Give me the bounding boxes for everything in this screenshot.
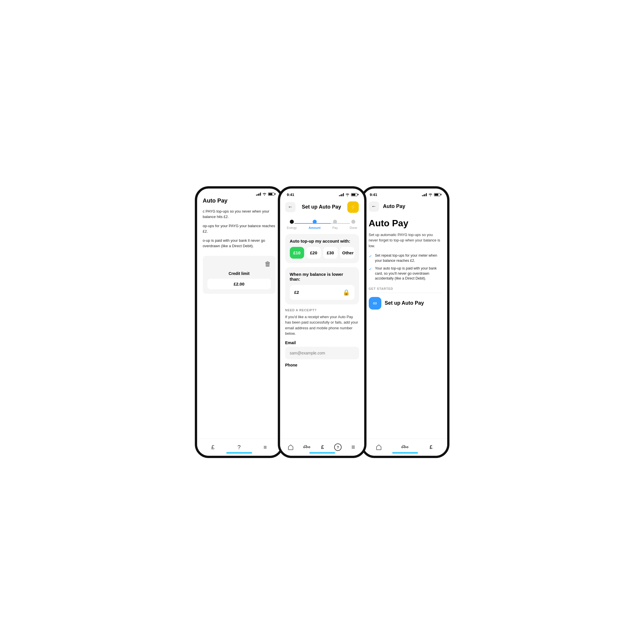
amount-btn-30[interactable]: £30 — [323, 247, 338, 259]
wifi-icon — [262, 193, 267, 196]
right-battery-icon — [434, 193, 440, 196]
auto-pay-title: Auto Pay — [369, 218, 441, 229]
trash-icon: 🗑 — [265, 260, 271, 268]
right-nav-payment[interactable]: £ — [427, 443, 435, 451]
phone-label: Phone — [285, 363, 359, 367]
email-input[interactable] — [285, 347, 359, 359]
left-status-bar — [197, 189, 281, 197]
center-status-icons — [339, 193, 357, 196]
credit-limit-label: Credit limit — [207, 271, 271, 276]
amount-btn-other[interactable]: Other — [340, 247, 354, 259]
nav-icon-menu[interactable]: ≡ — [261, 443, 270, 451]
stepper-dot-energy — [290, 220, 294, 224]
center-phone-body: ← Set up Auto Pay ⚡ Energy Amount — [280, 199, 364, 456]
stepper-dot-amount — [313, 220, 317, 224]
svg-point-0 — [303, 447, 305, 448]
phone-field-group: Phone — [285, 363, 359, 367]
left-content: Auto Pay c PAYG top-ups so you never whe… — [197, 197, 281, 439]
stepper-items: Energy Amount Pay Done — [285, 220, 359, 229]
infinity-icon: ∞ — [369, 297, 381, 310]
email-label: Email — [285, 340, 359, 345]
right-screen-title: Auto Pay — [383, 203, 405, 209]
svg-point-8 — [404, 447, 406, 448]
stepper-item-energy: Energy — [287, 220, 297, 229]
amount-options: £10 £20 £30 Other — [290, 247, 354, 259]
scene: Auto Pay c PAYG top-ups so you never whe… — [161, 161, 483, 483]
svg-point-1 — [306, 447, 307, 448]
center-wifi-icon — [345, 193, 350, 196]
checkmark-icon-2: ✓ — [369, 266, 372, 272]
right-status-icons — [422, 193, 440, 196]
right-nav-network[interactable] — [401, 443, 409, 451]
amount-btn-20[interactable]: £20 — [306, 247, 321, 259]
center-status-bar: 9:41 — [280, 189, 364, 199]
svg-point-2 — [308, 447, 310, 448]
nav-help[interactable]: ? — [334, 443, 342, 451]
checklist-item-1: ✓ Set repeat top-ups for your meter when… — [369, 253, 441, 263]
nav-icon-help[interactable]: ? — [235, 443, 243, 451]
center-scroll-area: Auto top-up my account with: £10 £20 £30… — [280, 231, 364, 439]
right-nav-home[interactable] — [374, 443, 383, 451]
balance-section: When my balance is lower than: £2 🔒 — [285, 267, 359, 304]
right-status-time: 9:41 — [370, 193, 377, 197]
receipt-section: NEED A RECEIPT? If you'd like a receipt … — [285, 308, 359, 367]
lightning-button[interactable]: ⚡ — [347, 201, 359, 213]
center-phone: 9:41 ← Set up Auto Pay ⚡ — [278, 186, 366, 458]
receipt-label: NEED A RECEIPT? — [285, 308, 359, 312]
nav-payment[interactable]: £ — [318, 443, 327, 451]
topup-title: Auto top-up my account with: — [290, 239, 354, 243]
checklist-text-1: Set repeat top-ups for your meter when y… — [375, 253, 441, 263]
receipt-text: If you'd like a receipt when your Auto P… — [285, 314, 359, 336]
nav-home[interactable] — [286, 443, 295, 451]
email-field-group: Email — [285, 340, 359, 359]
auto-pay-description: Set up automatic PAYG top-ups so you nev… — [369, 232, 441, 249]
checklist: ✓ Set repeat top-ups for your meter when… — [369, 253, 441, 281]
balance-title: When my balance is lower than: — [290, 272, 354, 282]
lock-icon: 🔒 — [343, 289, 350, 296]
svg-point-7 — [402, 447, 403, 448]
signal-icon — [256, 193, 261, 196]
stepper: Energy Amount Pay Done — [280, 217, 364, 231]
setup-auto-pay-button[interactable]: ∞ Set up Auto Pay — [369, 297, 441, 310]
left-status-icons — [256, 193, 274, 196]
left-header-title: Auto Pay — [203, 197, 276, 204]
left-body-text-2: op-ups for your PAYG your balance reache… — [203, 223, 276, 234]
amount-btn-10[interactable]: £10 — [290, 247, 304, 259]
left-body-text-1: c PAYG top-ups so you never when your ba… — [203, 209, 276, 220]
right-back-button[interactable]: ← — [369, 201, 379, 212]
balance-value: £2 — [294, 290, 299, 295]
nav-network[interactable] — [302, 443, 311, 451]
stepper-label-amount: Amount — [309, 226, 321, 229]
stepper-label-done: Done — [350, 226, 357, 229]
setup-btn-label: Set up Auto Pay — [385, 300, 424, 306]
right-phone-body: ← Auto Pay Auto Pay Set up automatic PAY… — [363, 199, 447, 456]
left-credit-card: 🗑 Credit limit £2.00 — [203, 256, 276, 294]
back-button[interactable]: ← — [285, 202, 296, 212]
topup-section: Auto top-up my account with: £10 £20 £30… — [285, 234, 359, 263]
stepper-item-pay: Pay — [332, 220, 338, 229]
stepper-item-amount: Amount — [309, 220, 321, 229]
right-header-row: ← Auto Pay — [369, 199, 441, 215]
stepper-label-energy: Energy — [287, 226, 297, 229]
svg-point-9 — [407, 447, 408, 448]
right-signal-icon — [422, 193, 427, 196]
battery-icon — [268, 193, 274, 196]
checklist-item-2: ✓ Your auto top-up is paid with your ban… — [369, 266, 441, 281]
stepper-dot-done — [351, 220, 355, 224]
get-started-divider — [369, 293, 441, 293]
center-status-time: 9:41 — [287, 193, 294, 197]
left-phone: Auto Pay c PAYG top-ups so you never whe… — [195, 186, 284, 458]
credit-limit-value: £2.00 — [207, 279, 271, 289]
right-bottom-nav: £ — [363, 439, 447, 456]
balance-row: £2 🔒 — [290, 285, 354, 300]
center-signal-icon — [339, 193, 344, 196]
left-bottom-nav: £ ? ≡ — [197, 439, 281, 456]
right-phone: 9:41 ← Auto Pay — [361, 186, 449, 458]
stepper-item-done: Done — [350, 220, 357, 229]
nav-icon-payment[interactable]: £ — [209, 443, 217, 451]
nav-menu[interactable]: ≡ — [349, 443, 358, 451]
right-content: ← Auto Pay Auto Pay Set up automatic PAY… — [363, 199, 447, 439]
center-bottom-nav: £ ? ≡ — [280, 439, 364, 456]
right-status-bar: 9:41 — [363, 189, 447, 199]
center-battery-icon — [351, 193, 357, 196]
